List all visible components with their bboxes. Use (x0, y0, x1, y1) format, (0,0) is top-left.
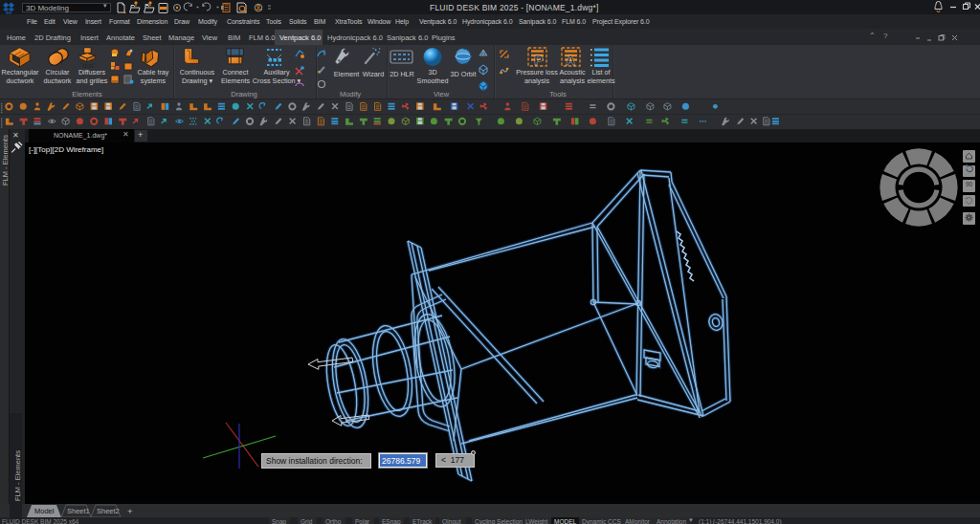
svg-text:90: 90 (966, 181, 973, 187)
